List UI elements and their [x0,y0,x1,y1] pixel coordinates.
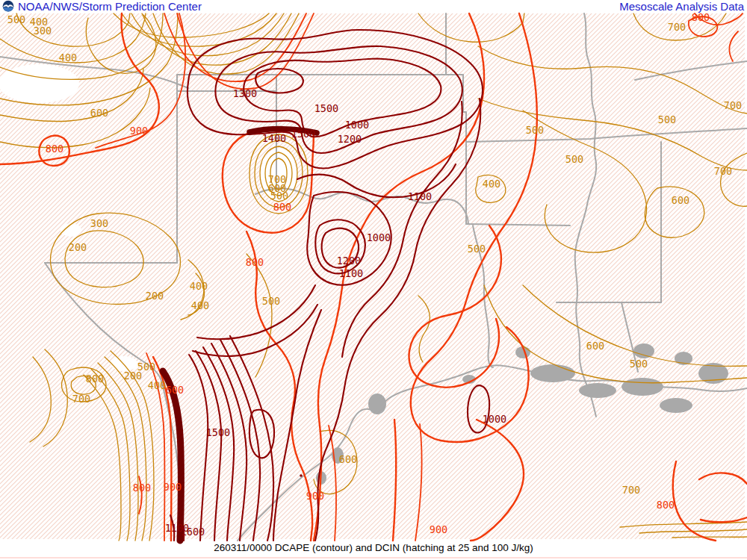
contour-label: 800 [657,499,675,511]
contour-label: 500 [270,190,288,202]
contour-label: 800 [133,482,151,494]
contour-label: 300 [90,217,108,229]
contour-label: 700 [622,484,640,496]
contour-label: 900 [164,481,182,493]
contour-label: 800 [273,201,291,213]
contour-label: 200 [146,290,164,302]
contour-label: 700 [714,165,732,177]
contour-label: 400 [190,280,208,292]
contour-label: 900 [430,523,447,535]
contour-label: 1500 [291,128,316,140]
contour-label: 900 [306,490,324,502]
contour-label: 600 [166,384,184,396]
contour-label: 400 [148,379,166,391]
contour-label: 1400 [262,132,287,144]
contour-label: 900 [130,125,148,137]
contour-label: 300 [34,25,52,37]
contour-label: 600 [90,107,108,119]
weather-map-svg: 5004003004006009008003002004004002005008… [0,0,747,560]
contour-label: 500 [526,124,544,136]
contour-label: 700 [668,21,686,33]
contour-label: 500 [630,358,648,370]
map-caption: 260311/0000 DCAPE (contour) and DCIN (ha… [0,542,747,553]
contour-label: 1500 [206,426,231,438]
contour-label: 400 [191,299,209,311]
contour-label: 1100 [339,267,364,279]
contour-label: 1300 [233,87,258,99]
contour-label: 500 [262,295,280,307]
contour-label: 1000 [483,413,507,425]
contour-label: 400 [483,178,500,190]
contour-label: 600 [339,453,357,465]
contour-label: 1000 [345,119,370,131]
contour-label: 500 [468,243,486,255]
contour-label: 1100 [408,190,433,202]
contour-label: 700 [72,393,90,405]
contour-label: 1500 [314,102,339,114]
contour-label: 1000 [367,231,391,243]
contour-label: 1200 [338,133,362,145]
spc-mesoanalysis-page: NOAA/NWS/Storm Prediction Center Mesosca… [0,0,747,560]
contour-label: 800 [86,373,104,385]
contour-label: 1200 [337,255,362,267]
contour-label: 400 [59,52,77,63]
contour-label: 700 [724,99,742,111]
contour-label: 600 [672,194,689,206]
contour-label: 800 [46,143,63,155]
dcin-hatching-layer [0,13,745,539]
contour-label: 500 [565,153,583,165]
contour-label: 500 [658,113,676,125]
contour-label: 800 [692,11,710,23]
contour-label: 200 [69,241,87,253]
contour-label: 200 [124,370,142,382]
mesoanalysis-map: 5004003004006009008003002004004002005008… [0,0,747,560]
contour-label: 800 [246,256,264,268]
contour-label: 500 [7,13,25,25]
contour-label: 1100 [165,522,190,534]
contour-label: 600 [586,340,604,352]
